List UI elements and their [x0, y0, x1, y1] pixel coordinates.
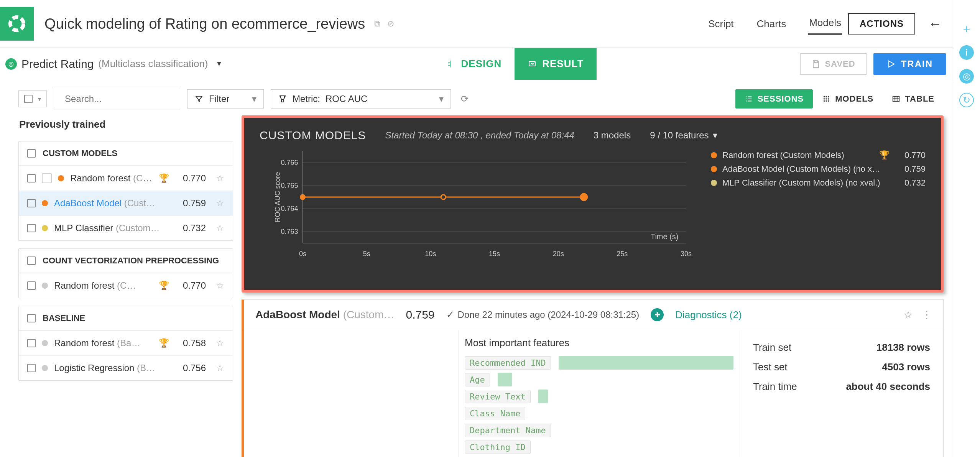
- checkbox[interactable]: [27, 364, 36, 372]
- svg-rect-14: [893, 97, 899, 102]
- svg-point-10: [828, 98, 829, 100]
- result-tab[interactable]: RESULT: [515, 48, 597, 80]
- feature-row: Recommended IND: [459, 354, 740, 371]
- rail-chat-icon[interactable]: ◎: [959, 69, 974, 84]
- predict-selector[interactable]: ◎ Predict Rating (Multiclass classificat…: [0, 53, 230, 75]
- check-icon: ✓: [446, 309, 454, 320]
- group-count-vect: COUNT VECTORIZATION PREPROCESSING Random…: [18, 248, 233, 298]
- design-tab[interactable]: DESIGN: [434, 48, 515, 80]
- svg-point-0: [10, 17, 24, 31]
- checkbox[interactable]: [27, 339, 36, 347]
- train-button[interactable]: TRAIN: [873, 53, 946, 75]
- search-input-wrap[interactable]: [54, 88, 180, 110]
- tab-script[interactable]: Script: [707, 13, 734, 35]
- favorite-star-icon[interactable]: ☆: [216, 280, 224, 291]
- view-models-button[interactable]: MODELS: [813, 89, 883, 108]
- svg-text:ROC AUC score: ROC AUC score: [274, 172, 281, 222]
- stats-value: about 40 seconds: [846, 381, 930, 393]
- view-sessions-button[interactable]: SESSIONS: [735, 89, 813, 108]
- stats-label: Train set: [753, 342, 791, 353]
- back-arrow-icon[interactable]: ←: [928, 16, 942, 32]
- group-head-count-vect[interactable]: COUNT VECTORIZATION PREPROCESSING: [19, 249, 233, 273]
- favorite-star-icon[interactable]: ☆: [216, 173, 224, 184]
- legend-name: MLP Classifier (Custom Models) (no xval.…: [722, 178, 890, 188]
- svg-point-36: [441, 195, 446, 199]
- svg-text:0.766: 0.766: [281, 159, 298, 166]
- features-title: Most important features: [459, 334, 740, 354]
- detail-done: ✓ Done 22 minutes ago (2024-10-29 08:31:…: [446, 309, 640, 320]
- legend-row[interactable]: AdaBoost Model (Custom Models) (no x…0.7…: [711, 164, 926, 174]
- tab-models[interactable]: Models: [808, 12, 842, 35]
- predict-label: Predict Rating: [21, 58, 94, 71]
- diagnostics-icon[interactable]: ✚: [651, 308, 664, 321]
- model-row[interactable]: Random forest (Cu…🏆0.770☆: [19, 166, 233, 191]
- chart-plot[interactable]: 0.7630.7640.7650.7660s5s10s15s20s25s30sR…: [260, 147, 706, 262]
- filter-dropdown[interactable]: Filter: [187, 89, 264, 108]
- top-tabs: Script Charts Models: [707, 12, 842, 35]
- checkbox[interactable]: [27, 224, 36, 232]
- legend-row[interactable]: Random forest (Custom Models)🏆0.770: [711, 150, 926, 160]
- tab-charts[interactable]: Charts: [756, 13, 787, 35]
- diagnostics-link[interactable]: Diagnostics (2): [675, 309, 742, 321]
- model-score: 0.756: [175, 363, 206, 373]
- checkbox[interactable]: [27, 256, 36, 265]
- favorite-star-icon[interactable]: ☆: [216, 338, 224, 349]
- model-row[interactable]: Random forest (Ba…🏆0.758☆: [19, 330, 233, 355]
- rail-info-icon[interactable]: i: [959, 45, 974, 60]
- metric-dropdown[interactable]: Metric: ROC AUC: [271, 89, 451, 108]
- refresh-icon[interactable]: ⟳: [461, 94, 469, 104]
- predict-subtype: (Multiclass classification): [98, 58, 208, 70]
- legend-row[interactable]: MLP Classifier (Custom Models) (no xval.…: [711, 178, 926, 188]
- feature-bar: [559, 356, 733, 370]
- group-head-baseline[interactable]: BASELINE: [19, 306, 233, 330]
- select-all-dropdown[interactable]: [18, 90, 47, 107]
- svg-marker-3: [889, 61, 894, 67]
- rail-history-icon[interactable]: ↻: [959, 93, 974, 107]
- model-row[interactable]: AdaBoost Model (Cust…0.759☆: [19, 191, 233, 215]
- svg-point-12: [825, 100, 827, 102]
- left-column: Previously trained CUSTOM MODELS Random …: [18, 115, 233, 453]
- model-row[interactable]: Random forest (C…🏆0.770☆: [19, 273, 233, 298]
- checkbox[interactable]: [27, 174, 36, 182]
- group-custom-models: CUSTOM MODELS Random forest (Cu…🏆0.770☆A…: [18, 141, 233, 241]
- favorite-star-icon[interactable]: ☆: [904, 309, 913, 321]
- svg-point-11: [824, 100, 825, 102]
- svg-point-37: [580, 194, 587, 201]
- detail-stats: Train set18138 rowsTest set4503 rowsTrai…: [740, 330, 943, 457]
- caret-down-icon: ▾: [713, 130, 717, 141]
- feature-importance: Most important features Recommended INDA…: [459, 330, 740, 457]
- rail-add-icon[interactable]: ＋: [959, 21, 974, 36]
- model-row[interactable]: Logistic Regression (B…0.756☆: [19, 355, 233, 380]
- legend-name: Random forest (Custom Models): [722, 150, 874, 160]
- app-logo[interactable]: [0, 7, 34, 41]
- checkbox[interactable]: [27, 149, 36, 158]
- checkbox[interactable]: [27, 314, 36, 322]
- kebab-menu-icon[interactable]: ⋮: [922, 309, 932, 321]
- model-score: 0.732: [175, 223, 206, 233]
- favorite-star-icon[interactable]: ☆: [216, 223, 224, 233]
- svg-text:0.763: 0.763: [281, 228, 298, 235]
- models-label: MODELS: [835, 94, 873, 104]
- chart-feature-dropdown[interactable]: 9 / 10 features ▾: [650, 130, 717, 141]
- topbar: Quick modeling of Rating on ecommerce_re…: [0, 0, 953, 48]
- actions-button[interactable]: ACTIONS: [848, 13, 915, 35]
- svg-point-8: [824, 98, 825, 100]
- highlighted-session-panel: CUSTOM MODELS Started Today at 08:30 , e…: [242, 115, 944, 293]
- ban-icon[interactable]: ⊘: [387, 19, 394, 29]
- view-table-button[interactable]: TABLE: [883, 89, 944, 108]
- model-score: 0.770: [175, 173, 206, 184]
- search-input[interactable]: [63, 88, 181, 110]
- feature-name: Class Name: [465, 407, 525, 420]
- svg-text:5s: 5s: [363, 250, 370, 258]
- copy-icon[interactable]: ⧉: [374, 19, 380, 29]
- checkbox[interactable]: [27, 199, 36, 207]
- status-dot: [42, 225, 48, 231]
- model-row[interactable]: MLP Classifier (Custom…0.732☆: [19, 215, 233, 240]
- chart-model-count: 3 models: [594, 130, 631, 141]
- favorite-star-icon[interactable]: ☆: [216, 363, 224, 373]
- group-head-custom-models[interactable]: CUSTOM MODELS: [19, 141, 233, 166]
- checkbox[interactable]: [27, 281, 36, 290]
- status-dot: [58, 175, 64, 181]
- table-label: TABLE: [905, 94, 934, 104]
- favorite-star-icon[interactable]: ☆: [216, 198, 224, 209]
